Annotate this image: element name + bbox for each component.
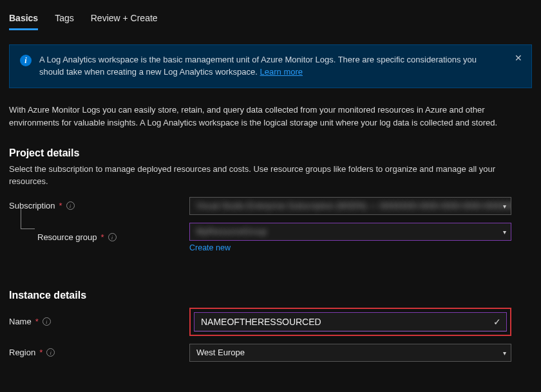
learn-more-link[interactable]: Learn more xyxy=(260,67,303,77)
info-icon[interactable]: i xyxy=(66,201,75,210)
info-icon: i xyxy=(20,55,32,66)
name-input[interactable]: NAMEOFTHERESSOURCED ✓ xyxy=(194,312,507,331)
region-label: Region xyxy=(9,348,35,357)
resource-group-label: Resource group xyxy=(37,232,97,242)
region-value: West Europe xyxy=(196,348,245,358)
region-row: Region * i West Europe ▾ xyxy=(9,344,532,362)
resource-group-select[interactable]: MyResourceGroup xyxy=(189,223,511,241)
info-icon[interactable]: i xyxy=(46,348,55,357)
resource-group-row: Resource group * i MyResourceGroup ▾ Cre… xyxy=(9,223,532,252)
page-intro: With Azure Monitor Logs you can easily s… xyxy=(9,104,498,129)
required-asterisk: * xyxy=(59,201,62,210)
tab-review-create[interactable]: Review + Create xyxy=(91,8,158,30)
instance-details-title: Instance details xyxy=(9,290,532,301)
subscription-select[interactable]: Visual Studio Enterprise Subscription (M… xyxy=(189,197,511,215)
info-banner-body: A Log Analytics workspace is the basic m… xyxy=(39,55,477,77)
project-details-desc: Select the subscription to manage deploy… xyxy=(9,163,498,188)
tab-basics[interactable]: Basics xyxy=(9,8,38,30)
required-asterisk: * xyxy=(35,317,39,326)
tab-bar: Basics Tags Review + Create xyxy=(9,8,532,30)
name-label: Name xyxy=(9,317,32,326)
subscription-row: Subscription * i Visual Studio Enterpris… xyxy=(9,197,532,215)
tab-tags[interactable]: Tags xyxy=(55,8,74,30)
close-icon[interactable]: ✕ xyxy=(515,53,522,63)
tree-connector xyxy=(21,209,35,229)
name-value: NAMEOFTHERESSOURCED xyxy=(201,317,321,327)
info-banner: i A Log Analytics workspace is the basic… xyxy=(9,44,532,88)
required-asterisk: * xyxy=(39,348,43,357)
name-row: Name * i NAMEOFTHERESSOURCED ✓ xyxy=(9,308,532,336)
check-icon: ✓ xyxy=(493,317,501,327)
info-banner-text: A Log Analytics workspace is the basic m… xyxy=(39,54,521,79)
info-icon[interactable]: i xyxy=(108,233,117,241)
info-icon[interactable]: i xyxy=(43,317,51,326)
name-highlight-box: NAMEOFTHERESSOURCED ✓ xyxy=(189,308,511,336)
region-select[interactable]: West Europe xyxy=(189,344,511,362)
project-details-title: Project details xyxy=(9,147,532,159)
create-new-link[interactable]: Create new xyxy=(189,243,231,252)
required-asterisk: * xyxy=(101,232,104,242)
